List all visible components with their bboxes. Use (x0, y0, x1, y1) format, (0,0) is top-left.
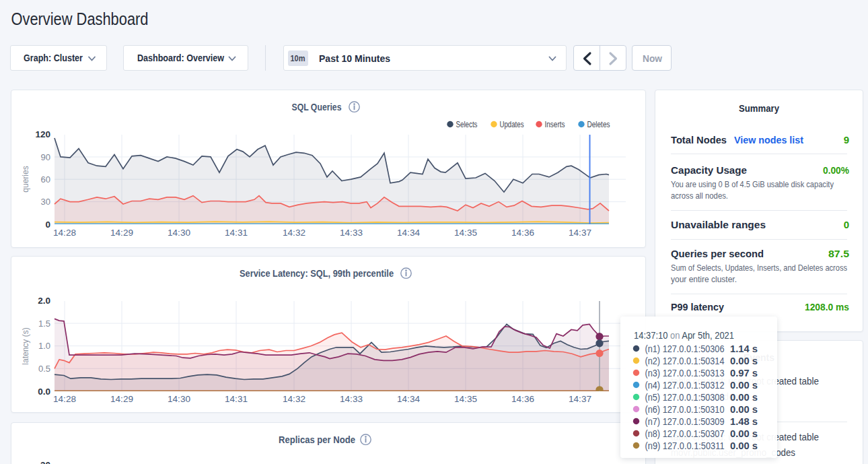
svg-text:0.00 s: 0.00 s (730, 392, 758, 403)
svg-text:(n5) 127.0.0.1:50308: (n5) 127.0.0.1:50308 (645, 392, 725, 403)
svg-text:0.00 s: 0.00 s (730, 440, 758, 451)
svg-text:(n6) 127.0.0.1:50310: (n6) 127.0.0.1:50310 (645, 404, 725, 415)
svg-text:(n4) 127.0.0.1:50312: (n4) 127.0.0.1:50312 (645, 380, 725, 391)
svg-text:0.00 s: 0.00 s (730, 428, 758, 439)
svg-text:(n1) 127.0.0.1:50306: (n1) 127.0.0.1:50306 (645, 343, 725, 354)
svg-text:(n9) 127.0.0.1:50311: (n9) 127.0.0.1:50311 (645, 440, 725, 451)
svg-text:1.48 s: 1.48 s (730, 416, 758, 427)
svg-text:14:37:10 on Apr 5th, 2021: 14:37:10 on Apr 5th, 2021 (634, 329, 734, 341)
svg-text:(n7) 127.0.0.1:50309: (n7) 127.0.0.1:50309 (645, 416, 725, 427)
svg-text:0.00 s: 0.00 s (730, 356, 758, 366)
svg-text:0.00 s: 0.00 s (730, 404, 758, 415)
svg-text:(n8) 127.0.0.1:50307: (n8) 127.0.0.1:50307 (645, 428, 725, 439)
svg-text:(n3) 127.0.0.1:50313: (n3) 127.0.0.1:50313 (645, 368, 725, 378)
svg-text:(n2) 127.0.0.1:50314: (n2) 127.0.0.1:50314 (645, 356, 725, 366)
svg-text:0.97 s: 0.97 s (730, 368, 758, 378)
svg-text:1.14 s: 1.14 s (730, 343, 758, 354)
svg-text:0.00 s: 0.00 s (730, 380, 758, 391)
